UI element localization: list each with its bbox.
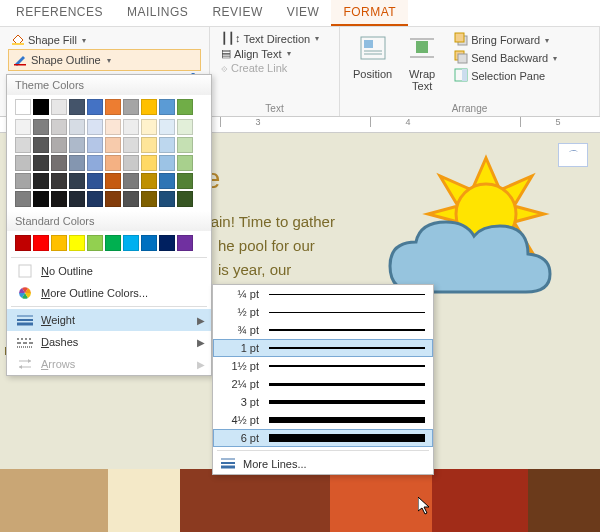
color-swatch[interactable]: [105, 155, 121, 171]
color-swatch[interactable]: [15, 99, 31, 115]
color-swatch[interactable]: [177, 99, 193, 115]
color-swatch[interactable]: [123, 99, 139, 115]
color-swatch[interactable]: [141, 191, 157, 207]
weight-option[interactable]: 4½ pt: [213, 411, 433, 429]
tab-mailings[interactable]: MAILINGS: [115, 0, 200, 26]
color-swatch[interactable]: [33, 137, 49, 153]
text-direction-button[interactable]: ┃┃↕ Text Direction▾: [218, 31, 331, 46]
color-swatch[interactable]: [123, 173, 139, 189]
color-swatch[interactable]: [159, 191, 175, 207]
no-outline-item[interactable]: No Outline: [7, 260, 211, 282]
weight-option[interactable]: ¾ pt: [213, 321, 433, 339]
color-swatch[interactable]: [87, 191, 103, 207]
color-swatch[interactable]: [105, 191, 121, 207]
weight-option[interactable]: 3 pt: [213, 393, 433, 411]
color-swatch[interactable]: [87, 137, 103, 153]
color-swatch[interactable]: [123, 155, 139, 171]
color-swatch[interactable]: [69, 99, 85, 115]
color-swatch[interactable]: [69, 173, 85, 189]
color-swatch[interactable]: [105, 119, 121, 135]
color-swatch[interactable]: [87, 119, 103, 135]
color-swatch[interactable]: [33, 235, 49, 251]
tab-format[interactable]: FORMAT: [331, 0, 408, 26]
color-swatch[interactable]: [141, 155, 157, 171]
color-swatch[interactable]: [69, 155, 85, 171]
weight-option[interactable]: 1 pt: [213, 339, 433, 357]
color-swatch[interactable]: [51, 99, 67, 115]
color-swatch[interactable]: [87, 155, 103, 171]
tab-references[interactable]: REFERENCES: [4, 0, 115, 26]
color-swatch[interactable]: [177, 173, 193, 189]
shape-fill-button[interactable]: Shape Fill ▾: [8, 31, 201, 49]
color-swatch[interactable]: [159, 235, 175, 251]
color-swatch[interactable]: [15, 235, 31, 251]
color-swatch[interactable]: [105, 235, 121, 251]
color-swatch[interactable]: [15, 191, 31, 207]
weight-option[interactable]: 2¼ pt: [213, 375, 433, 393]
position-button[interactable]: Position: [348, 31, 397, 95]
color-swatch[interactable]: [159, 119, 175, 135]
color-swatch[interactable]: [177, 119, 193, 135]
layout-options-button[interactable]: ⌒: [558, 143, 588, 167]
more-lines-item[interactable]: More Lines...: [213, 454, 433, 474]
color-swatch[interactable]: [141, 99, 157, 115]
color-swatch[interactable]: [87, 235, 103, 251]
weight-option[interactable]: ½ pt: [213, 303, 433, 321]
color-swatch[interactable]: [123, 119, 139, 135]
weight-option[interactable]: ¼ pt: [213, 285, 433, 303]
color-swatch[interactable]: [105, 173, 121, 189]
color-swatch[interactable]: [15, 119, 31, 135]
color-swatch[interactable]: [159, 137, 175, 153]
weight-option[interactable]: 1½ pt: [213, 357, 433, 375]
color-swatch[interactable]: [51, 137, 67, 153]
color-swatch[interactable]: [15, 137, 31, 153]
weight-submenu-item[interactable]: Weight ▶: [7, 309, 211, 331]
color-swatch[interactable]: [123, 191, 139, 207]
color-swatch[interactable]: [51, 155, 67, 171]
weight-option[interactable]: 6 pt: [213, 429, 433, 447]
color-swatch[interactable]: [123, 235, 139, 251]
color-swatch[interactable]: [69, 191, 85, 207]
color-swatch[interactable]: [177, 155, 193, 171]
color-swatch[interactable]: [123, 137, 139, 153]
shape-outline-button[interactable]: Shape Outline ▾: [8, 49, 201, 71]
color-swatch[interactable]: [177, 137, 193, 153]
tab-view[interactable]: VIEW: [275, 0, 332, 26]
food-photo[interactable]: [0, 469, 600, 532]
color-swatch[interactable]: [51, 119, 67, 135]
color-swatch[interactable]: [105, 137, 121, 153]
color-swatch[interactable]: [87, 99, 103, 115]
color-swatch[interactable]: [69, 119, 85, 135]
color-swatch[interactable]: [69, 137, 85, 153]
color-swatch[interactable]: [69, 235, 85, 251]
bring-forward-button[interactable]: Bring Forward▾: [451, 31, 560, 49]
color-swatch[interactable]: [159, 173, 175, 189]
send-backward-button[interactable]: Send Backward▾: [451, 49, 560, 67]
color-swatch[interactable]: [33, 99, 49, 115]
color-swatch[interactable]: [141, 173, 157, 189]
color-swatch[interactable]: [15, 155, 31, 171]
selection-pane-button[interactable]: Selection Pane: [451, 67, 560, 85]
tab-review[interactable]: REVIEW: [200, 0, 274, 26]
color-swatch[interactable]: [87, 173, 103, 189]
color-swatch[interactable]: [33, 173, 49, 189]
color-swatch[interactable]: [33, 155, 49, 171]
wrap-text-button[interactable]: Wrap Text: [401, 31, 443, 95]
color-swatch[interactable]: [141, 119, 157, 135]
color-swatch[interactable]: [51, 173, 67, 189]
color-swatch[interactable]: [177, 191, 193, 207]
color-swatch[interactable]: [159, 155, 175, 171]
color-swatch[interactable]: [141, 137, 157, 153]
color-swatch[interactable]: [105, 99, 121, 115]
color-swatch[interactable]: [51, 191, 67, 207]
color-swatch[interactable]: [33, 191, 49, 207]
color-swatch[interactable]: [51, 235, 67, 251]
more-outline-colors-item[interactable]: More Outline Colors...: [7, 282, 211, 304]
align-text-button[interactable]: ▤ Align Text▾: [218, 46, 331, 61]
dashes-submenu-item[interactable]: Dashes ▶: [7, 331, 211, 353]
color-swatch[interactable]: [141, 235, 157, 251]
color-swatch[interactable]: [15, 173, 31, 189]
color-swatch[interactable]: [177, 235, 193, 251]
color-swatch[interactable]: [33, 119, 49, 135]
create-link-button[interactable]: ⟐ Create Link: [218, 61, 331, 75]
